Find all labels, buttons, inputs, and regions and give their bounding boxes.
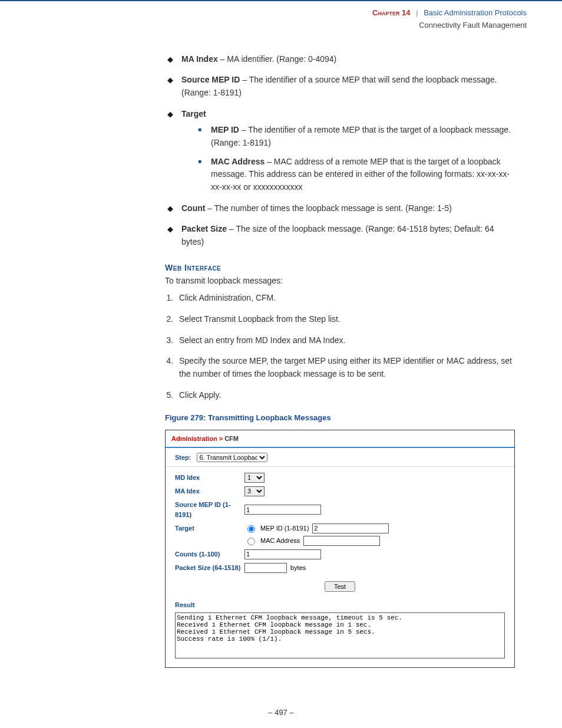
target-mac-radio-label: MAC Address <box>260 536 300 546</box>
header-separator: | <box>416 8 418 17</box>
step-3: Select an entry from MD Index and MA Ind… <box>176 334 515 347</box>
page-number: – 497 – <box>0 691 562 728</box>
param-source-mep-id: Source MEP ID – The identifier of a sour… <box>165 74 515 99</box>
figure-caption: Figure 279: Transmitting Loopback Messag… <box>165 412 515 424</box>
param-target-mepid: MEP ID – The identifier of a remote MEP … <box>198 124 515 149</box>
breadcrumb: Administration > CFM <box>166 430 514 447</box>
packet-size-unit: bytes <box>290 563 306 573</box>
step-select[interactable]: 6. Transmit Loopback <box>197 453 267 462</box>
target-mac-input[interactable] <box>303 536 380 546</box>
breadcrumb-link[interactable]: Administration > <box>171 435 223 442</box>
param-target: Target MEP ID – The identifier of a remo… <box>165 108 515 194</box>
ma-index-label: MA Idex <box>175 486 244 496</box>
target-label: Target <box>175 523 244 533</box>
term: Count <box>181 203 205 213</box>
steps-list: Click Administration, CFM. Select Transm… <box>165 292 515 401</box>
desc: – The size of the loopback message. (Ran… <box>181 224 494 246</box>
step-label: Step: <box>175 454 191 461</box>
test-button[interactable] <box>325 581 355 592</box>
term: MA Index <box>181 54 218 64</box>
step-2: Select Transmit Loopback from the Step l… <box>176 313 515 326</box>
packet-size-label: Packet Size (64-1518) <box>175 563 244 573</box>
target-mepid-radio[interactable] <box>247 525 255 533</box>
param-packet-size: Packet Size – The size of the loopback m… <box>165 223 515 248</box>
step-1: Click Administration, CFM. <box>176 292 515 305</box>
target-mepid-input[interactable] <box>312 523 389 533</box>
term: Source MEP ID <box>181 75 240 84</box>
source-mep-label: Source MEP ID (1-8191) <box>175 500 244 520</box>
chapter-label: Chapter 14 <box>372 8 410 17</box>
term: Packet Size <box>181 224 227 233</box>
param-list: MA Index – MA identifier. (Range: 0-4094… <box>165 53 515 249</box>
header-title: Basic Administration Protocols <box>424 8 527 17</box>
param-count: Count – The number of times the loopback… <box>165 202 515 215</box>
counts-label: Counts (1-100) <box>175 549 244 559</box>
md-index-label: MD Idex <box>175 473 244 483</box>
web-interface-intro: To transmit loopback messages: <box>165 275 515 288</box>
screenshot-panel: Administration > CFM Step: 6. Transmit L… <box>165 430 515 668</box>
desc: – The identifier of a remote MEP that is… <box>211 125 511 147</box>
breadcrumb-current: CFM <box>223 435 239 442</box>
desc: – The number of times the loopback messa… <box>205 203 451 213</box>
step-4: Specify the source MEP, the target MEP u… <box>176 355 515 380</box>
result-textarea[interactable] <box>175 612 505 658</box>
ma-index-select[interactable]: 3 <box>244 486 265 496</box>
target-mepid-radio-label: MEP ID (1-8191) <box>260 523 309 533</box>
result-label: Result <box>175 600 505 610</box>
target-mac-radio[interactable] <box>247 538 255 545</box>
term: MEP ID <box>211 125 239 134</box>
target-sublist: MEP ID – The identifier of a remote MEP … <box>181 124 515 193</box>
param-ma-index: MA Index – MA identifier. (Range: 0-4094… <box>165 53 515 66</box>
packet-size-input[interactable] <box>244 563 287 573</box>
page-header: Chapter 14 | Basic Administration Protoc… <box>0 0 562 35</box>
step-row: Step: 6. Transmit Loopback <box>166 448 514 467</box>
term: MAC Address <box>211 157 265 166</box>
param-target-mac: MAC Address – MAC address of a remote ME… <box>198 156 515 194</box>
desc: – MA identifier. (Range: 0-4094) <box>218 54 337 64</box>
counts-input[interactable] <box>244 549 321 559</box>
header-subtitle: Connectivity Fault Management <box>419 21 527 29</box>
source-mep-input[interactable] <box>244 505 321 515</box>
step-5: Click Apply. <box>176 389 515 402</box>
web-interface-heading: Web Interface <box>165 262 515 275</box>
term: Target <box>181 109 206 118</box>
md-index-select[interactable]: 1 <box>244 473 265 483</box>
